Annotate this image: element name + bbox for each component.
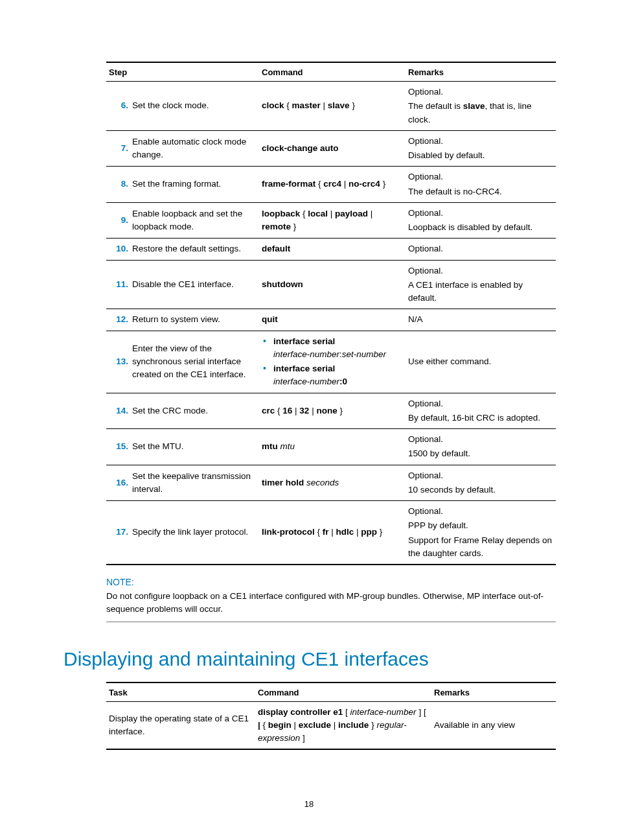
step-number: 17. [106,501,130,565]
table-row: Display the operating state of a CE1 int… [106,701,556,749]
th-command: Command [255,682,431,702]
step-number: 15. [106,429,130,465]
note-text: Do not configure loopback on a CE1 inter… [106,590,556,616]
step-desc: Set the keepalive transmission interval. [130,465,259,501]
step-number: 8. [106,167,130,203]
note-block: NOTE: Do not configure loopback on a CE1… [106,577,556,622]
step-remarks: Optional.A CE1 interface is enabled by d… [406,260,556,309]
table-row: 9. Enable loopback and set the loopback … [106,202,556,239]
table-row: 8. Set the framing format. frame-format … [106,167,556,203]
task-cell: Display the operating state of a CE1 int… [106,701,255,749]
step-desc: Enter the view of the synchronous serial… [130,331,259,393]
step-remarks: Optional. [406,239,556,260]
step-command: shutdown [259,260,406,309]
step-number: 7. [106,130,130,167]
table-row: 11. Disable the CE1 interface. shutdown … [106,260,556,309]
step-desc: Set the clock mode. [130,82,259,131]
list-item: interface serial interface-number:0 [262,362,403,389]
step-number: 14. [106,393,130,429]
table-row: 7. Enable automatic clock mode change. c… [106,130,556,167]
table-row: 13. Enter the view of the synchronous se… [106,331,556,393]
table-row: 17. Specify the link layer protocol. lin… [106,501,556,565]
step-command: quit [259,309,406,331]
page-number: 18 [0,799,618,809]
step-number: 12. [106,309,130,331]
step-number: 6. [106,82,130,131]
step-desc: Enable loopback and set the loopback mod… [130,202,259,239]
step-command: frame-format { crc4 | no-crc4 } [259,167,406,203]
table-row: 12. Return to system view. quit N/A [106,309,556,331]
step-command: clock-change auto [259,130,406,167]
list-item: interface serial interface-number:set-nu… [262,335,403,362]
note-label: NOTE: [106,577,556,587]
th-command: Command [259,62,406,82]
step-remarks: Optional.10 seconds by default. [406,465,556,501]
table-row: 15. Set the MTU. mtu mtu Optional.1500 b… [106,429,556,465]
step-remarks: Optional. PPP by default. Support for Fr… [406,501,556,565]
step-remarks: N/A [406,309,556,331]
step-desc: Set the MTU. [130,429,259,465]
step-desc: Specify the link layer protocol. [130,501,259,565]
table-row: 6. Set the clock mode. clock { master | … [106,82,556,131]
step-remarks: Optional. The default is slave, that is,… [406,82,556,131]
step-command: crc { 16 | 32 | none } [259,393,406,429]
step-remarks: Use either command. [406,331,556,393]
th-remarks: Remarks [406,62,556,82]
step-command-table: Step Command Remarks 6. Set the clock mo… [106,62,556,565]
step-remarks: Optional.1500 by default. [406,429,556,465]
step-command: interface serial interface-number:set-nu… [259,331,406,393]
step-command: mtu mtu [259,429,406,465]
step-command: loopback { local | payload | remote } [259,202,406,239]
step-remarks: Optional.Disabled by default. [406,130,556,167]
step-desc: Disable the CE1 interface. [130,260,259,309]
step-remarks: Optional.By default, 16-bit CRC is adopt… [406,393,556,429]
step-number: 13. [106,331,130,393]
command-cell: display controller e1 [ interface-number… [255,701,431,749]
step-number: 16. [106,465,130,501]
th-remarks: Remarks [431,682,556,702]
table-row: 14. Set the CRC mode. crc { 16 | 32 | no… [106,393,556,429]
remarks-cell: Available in any view [431,701,556,749]
step-desc: Enable automatic clock mode change. [130,130,259,167]
step-remarks: Optional.The default is no-CRC4. [406,167,556,203]
step-command: default [259,239,406,260]
step-desc: Return to system view. [130,309,259,331]
step-desc: Set the CRC mode. [130,393,259,429]
table-row: 16. Set the keepalive transmission inter… [106,465,556,501]
section-heading: Displaying and maintaining CE1 interface… [63,648,555,670]
th-step: Step [106,62,259,82]
step-number: 9. [106,202,130,239]
th-task: Task [106,682,255,702]
step-command: timer hold seconds [259,465,406,501]
step-number: 11. [106,260,130,309]
step-desc: Restore the default settings. [130,239,259,260]
step-number: 10. [106,239,130,260]
step-command: link-protocol { fr | hdlc | ppp } [259,501,406,565]
step-desc: Set the framing format. [130,167,259,203]
step-remarks: Optional.Loopback is disabled by default… [406,202,556,239]
step-command: clock { master | slave } [259,82,406,131]
task-command-table: Task Command Remarks Display the operati… [106,682,556,751]
table-row: 10. Restore the default settings. defaul… [106,239,556,260]
